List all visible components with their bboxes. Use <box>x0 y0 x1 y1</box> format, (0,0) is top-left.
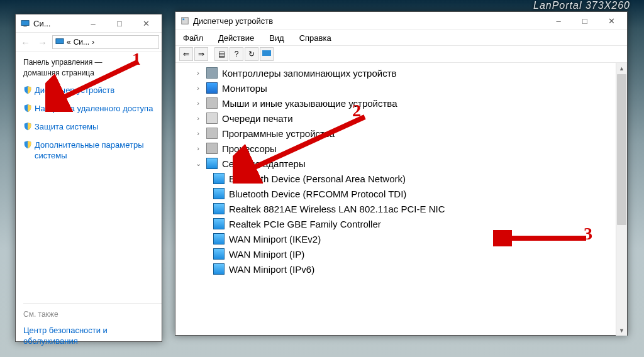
tree-device-item[interactable]: WAN Miniport (IPv6) <box>197 261 616 277</box>
tree-device-label: WAN Miniport (IP) <box>229 249 304 260</box>
chevron-right-icon[interactable]: › <box>194 69 202 77</box>
link-text: Диспетчер устройств <box>35 85 114 96</box>
close-button[interactable]: ✕ <box>598 13 625 28</box>
tree-device-item[interactable]: Bluetooth Device (RFCOMM Protocol TDI) <box>197 186 616 201</box>
system-title: Си... <box>33 19 80 28</box>
svg-rect-1 <box>23 26 26 26</box>
toolbar-tree-icon[interactable]: ▤ <box>214 47 228 61</box>
breadcrumb: Си... <box>74 38 89 47</box>
annotation-label-1: 1 <box>132 49 141 69</box>
minimize-button[interactable]: – <box>80 16 106 31</box>
tree-category-label: Сетевые адаптеры <box>222 158 306 169</box>
toolbar-help-icon[interactable]: ? <box>230 47 243 61</box>
system-icon <box>21 19 30 28</box>
svg-rect-4 <box>183 19 185 21</box>
shield-icon <box>23 104 32 113</box>
scroll-up-icon[interactable]: ▲ <box>616 63 627 74</box>
link-system-protection[interactable]: Защита системы <box>23 121 162 132</box>
close-button[interactable]: ✕ <box>133 16 159 31</box>
tree-category-label: Мониторы <box>222 83 267 94</box>
link-advanced-system-settings[interactable]: Дополнительные параметры системы <box>23 140 162 161</box>
address-bar[interactable]: « Си... › <box>52 35 159 49</box>
toolbar-forward-icon[interactable]: ⇒ <box>194 47 208 61</box>
maximize-button[interactable]: □ <box>106 16 133 31</box>
network-adapter-icon <box>213 248 225 260</box>
toolbar: ⇐ ⇒ ▤ ? ↻ <box>175 46 627 63</box>
scrollbar[interactable]: ▲ ▼ <box>616 63 627 336</box>
scrollbar-thumb[interactable] <box>617 74 626 225</box>
menu-view[interactable]: Вид <box>269 33 284 43</box>
chevron-right-icon: › <box>92 38 94 47</box>
tree-category-label: Программные устройства <box>222 128 335 139</box>
device-category-icon <box>206 128 218 139</box>
shield-icon <box>23 122 32 131</box>
tree-category[interactable]: ›Мониторы <box>179 80 616 96</box>
see-also-section: См. также Центр безопасности и обслужива… <box>23 303 162 346</box>
chevron-right-icon[interactable]: › <box>194 99 202 107</box>
devmgr-title: Диспетчер устройств <box>193 16 545 26</box>
network-adapter-icon <box>213 203 225 214</box>
chevron-right-icon[interactable]: › <box>194 145 202 152</box>
tree-device-item[interactable]: Realtek PCIe GBE Family Controller <box>197 216 616 231</box>
network-adapter-icon <box>213 188 225 199</box>
network-adapter-icon <box>213 218 225 229</box>
nav-back-icon[interactable]: ← <box>18 36 33 49</box>
link-security-maintenance[interactable]: Центр безопасности и обслуживания <box>23 325 157 346</box>
tree-category[interactable]: ›Процессоры <box>179 141 616 156</box>
tree-category[interactable]: ›Программные устройства <box>179 126 616 141</box>
device-category-icon <box>206 97 218 109</box>
link-text: Настройка удаленного доступа <box>35 103 153 114</box>
watermark-text: LanPortal 373X260 <box>533 0 630 11</box>
chevron-right-icon[interactable]: › <box>194 84 202 92</box>
devmgr-icon <box>180 16 189 25</box>
menu-bar: Файл Действие Вид Справка <box>175 30 627 46</box>
link-text: Дополнительные параметры системы <box>35 140 162 161</box>
device-category-icon <box>206 113 218 124</box>
menu-file[interactable]: Файл <box>183 33 203 43</box>
minimize-button[interactable]: – <box>545 13 572 28</box>
devmgr-titlebar: Диспетчер устройств – □ ✕ <box>175 12 627 30</box>
network-adapter-icon <box>213 233 225 244</box>
tree-device-label: Bluetooth Device (RFCOMM Protocol TDI) <box>229 189 406 199</box>
tree-category-label: Мыши и иные указывающие устройства <box>222 98 397 109</box>
toolbar-back-icon[interactable]: ⇐ <box>179 47 193 61</box>
annotation-label-2: 2 <box>352 101 361 121</box>
menu-help[interactable]: Справка <box>299 33 331 43</box>
tree-category[interactable]: ⌄Сетевые адаптеры <box>179 156 616 171</box>
menu-action[interactable]: Действие <box>218 33 254 43</box>
network-adapter-icon <box>213 263 225 275</box>
see-also-heading: См. также <box>23 310 157 319</box>
chevron-right-icon[interactable]: › <box>194 114 202 122</box>
chevron-down-icon[interactable]: ⌄ <box>194 160 202 168</box>
device-tree[interactable]: ›Контроллеры запоминающих устройств›Мони… <box>175 63 616 336</box>
tree-device-item[interactable]: WAN Miniport (IP) <box>197 246 616 261</box>
link-device-manager[interactable]: Диспетчер устройств <box>23 85 162 96</box>
chevron-right-icon[interactable]: › <box>194 129 202 137</box>
svg-rect-5 <box>262 50 271 56</box>
nav-forward-icon[interactable]: → <box>35 36 50 49</box>
tree-device-label: WAN Miniport (IPv6) <box>229 264 314 275</box>
link-remote-settings[interactable]: Настройка удаленного доступа <box>23 103 162 114</box>
device-category-icon <box>206 67 218 79</box>
tree-category[interactable]: ›Мыши и иные указывающие устройства <box>179 96 616 111</box>
annotation-label-3: 3 <box>584 224 592 244</box>
breadcrumb-prefix: « <box>67 38 71 47</box>
tree-device-label: Bluetooth Device (Personal Area Network) <box>229 173 406 184</box>
tree-device-label: Realtek PCIe GBE Family Controller <box>229 219 381 229</box>
scroll-down-icon[interactable]: ▼ <box>616 325 627 336</box>
tree-device-item[interactable]: Bluetooth Device (Personal Area Network) <box>197 171 616 186</box>
toolbar-refresh-icon[interactable]: ↻ <box>245 47 258 61</box>
device-category-icon <box>206 143 218 154</box>
tree-category[interactable]: ›Контроллеры запоминающих устройств <box>179 65 616 80</box>
tree-category-label: Контроллеры запоминающих устройств <box>222 68 396 79</box>
device-manager-window: Диспетчер устройств – □ ✕ Файл Действие … <box>175 11 628 336</box>
system-titlebar: Си... – □ ✕ <box>16 14 162 33</box>
monitor-icon <box>55 37 64 48</box>
tree-category[interactable]: ›Очереди печати <box>179 111 616 126</box>
maximize-button[interactable]: □ <box>572 13 598 28</box>
toolbar-monitor-icon[interactable] <box>260 47 274 61</box>
tree-device-item[interactable]: WAN Miniport (IKEv2) <box>197 231 616 246</box>
tree-device-item[interactable]: Realtek 8821AE Wireless LAN 802.11ac PCI… <box>197 201 616 216</box>
svg-rect-2 <box>56 38 64 43</box>
device-category-icon <box>206 158 218 169</box>
